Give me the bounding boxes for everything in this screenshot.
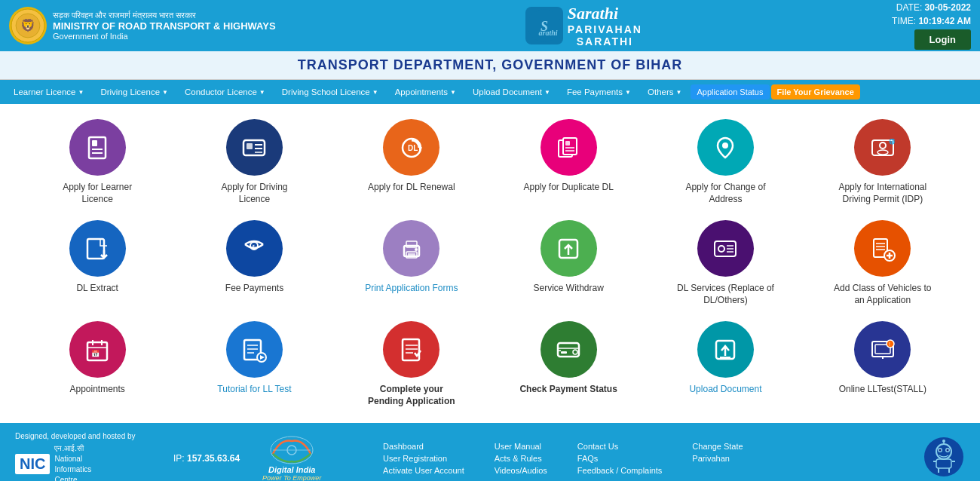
footer-link-feedback[interactable]: Feedback / Complaints [577, 466, 663, 475]
nav-driving-school-licence[interactable]: Driving School Licence ▼ [274, 83, 386, 101]
chevron-down-icon: ▼ [676, 89, 682, 96]
ministry-line1: सड़क परिवहन और राजमार्ग मंत्रालय भारत सर… [53, 11, 276, 20]
nav-others[interactable]: Others ▼ [640, 83, 689, 101]
svg-rect-7 [92, 140, 97, 146]
service-label: Upload Document [689, 384, 761, 396]
nav-file-grievance[interactable]: File Your Grievance [771, 84, 860, 100]
service-appointments[interactable]: 📅 Appointments [23, 321, 172, 407]
service-label: Apply for Learner Licence [48, 182, 146, 205]
svg-point-25 [880, 142, 886, 149]
svg-point-75 [887, 340, 894, 348]
svg-point-39 [718, 246, 724, 252]
add-class-vehicles-icon [854, 220, 911, 277]
service-driving-licence[interactable]: Apply for Driving Licence [179, 119, 329, 205]
nav-learner-licence[interactable]: Learner Licence ▼ [6, 83, 91, 101]
footer-link-contact-us[interactable]: Contact Us [577, 442, 663, 451]
service-label: DL Services (Replace of DL/Others) [676, 283, 774, 306]
header-right: DATE: 30-05-2022 TIME: 10:19:42 AM Login [892, 2, 971, 50]
footer-link-acts-rules[interactable]: Acts & Rules [495, 454, 547, 463]
service-label: Check Payment Status [519, 384, 617, 396]
svg-rect-20 [565, 141, 570, 146]
footer-link-videos-audios[interactable]: Videos/Audios [495, 466, 547, 475]
service-dl-renewal[interactable]: DL Apply for DL Renewal [337, 119, 486, 205]
nic-box: NIC [15, 454, 50, 474]
service-dl-extract[interactable]: DL Extract [23, 220, 172, 306]
fee-payments-icon: ₹ [226, 220, 283, 277]
service-add-class-vehicles[interactable]: Add Class of Vehicles to an Application [808, 220, 957, 306]
service-pending-application[interactable]: Complete your Pending Application [337, 321, 486, 407]
service-label: Add Class of Vehicles to an Application [834, 283, 932, 306]
services-grid: Apply for Learner Licence Apply for Driv… [23, 119, 957, 408]
footer-links: Dashboard User Registration Activate Use… [383, 442, 901, 475]
dl-extract-icon [69, 220, 126, 277]
dl-renewal-icon: DL [383, 119, 439, 176]
learner-licence-icon [69, 119, 126, 176]
service-print-forms[interactable]: Print Application Forms [337, 220, 486, 306]
footer-link-faqs[interactable]: FAQs [577, 454, 663, 463]
service-change-address[interactable]: Apply for Change of Address [651, 119, 800, 205]
service-label: Service Withdraw [533, 283, 603, 295]
service-label: Online LLTest(STALL) [839, 384, 926, 396]
ministry-line2: MINISTRY OF ROAD TRANSPORT & HIGHWAYS [53, 20, 276, 32]
dl-services-icon [697, 220, 754, 277]
nav-driving-licence[interactable]: Driving Licence ▼ [93, 83, 176, 101]
digital-india-section: Digital India Power To Empower [262, 435, 360, 481]
sarathi-icon: S arathi [525, 7, 563, 44]
service-label: Apply for Duplicate DL [523, 182, 613, 194]
ip-section: IP: 157.35.63.64 [173, 453, 240, 464]
service-tutorial-ll[interactable]: Tutorial for LL Test [179, 321, 329, 407]
service-label: Apply for International Driving Permit (… [834, 182, 932, 205]
svg-rect-67 [561, 351, 567, 354]
footer-col-4: Change State Parivahan [692, 442, 743, 475]
ministry-text: सड़क परिवहन और राजमार्ग मंत्रालय भारत सर… [53, 11, 276, 41]
service-label: Fee Payments [225, 283, 283, 295]
nav-appointments[interactable]: Appointments ▼ [387, 83, 464, 101]
svg-text:!: ! [889, 342, 890, 347]
pending-application-icon [383, 321, 439, 378]
service-label: Tutorial for LL Test [217, 384, 291, 396]
service-learner-licence[interactable]: Apply for Learner Licence [23, 119, 172, 205]
chevron-down-icon: ▼ [544, 89, 550, 96]
footer-link-parivahan[interactable]: Parivahan [692, 454, 743, 463]
footer-link-change-state[interactable]: Change State [692, 442, 743, 451]
footer-link-activate-account[interactable]: Activate User Account [383, 466, 464, 475]
service-dl-services[interactable]: DL Services (Replace of DL/Others) [651, 220, 800, 306]
service-fee-payments[interactable]: ₹ Fee Payments [179, 220, 329, 306]
nic-logo: NIC एन.आई.सीNationalInformaticsCentre [15, 443, 151, 481]
svg-point-23 [722, 142, 728, 149]
chevron-down-icon: ▼ [259, 89, 265, 96]
service-upload-document[interactable]: Upload Document [651, 321, 800, 407]
login-button[interactable]: Login [914, 29, 971, 50]
service-label: Complete your Pending Application [363, 384, 461, 407]
service-service-withdraw[interactable]: Service Withdraw [494, 220, 643, 306]
chevron-down-icon: ▼ [78, 89, 84, 96]
sarathi-logo: S arathi Sarathi PARIVAHAN SARATHI [525, 4, 642, 47]
service-label: Apply for DL Renewal [368, 182, 455, 194]
footer-link-dashboard[interactable]: Dashboard [383, 442, 464, 451]
svg-point-26 [877, 150, 888, 155]
nav-fee-payments[interactable]: Fee Payments ▼ [559, 83, 639, 101]
header-center: S arathi Sarathi PARIVAHAN SARATHI [525, 4, 642, 47]
service-idp[interactable]: 🌐 Apply for International Driving Permit… [808, 119, 957, 205]
svg-point-36 [415, 248, 418, 251]
chevron-down-icon: ▼ [450, 89, 456, 96]
svg-rect-61 [403, 339, 419, 360]
nav-upload-document[interactable]: Upload Document ▼ [465, 83, 558, 101]
footer: Designed, developed and hosted by NIC एन… [0, 423, 980, 481]
header: 🦁 सड़क परिवहन और राजमार्ग मंत्रालय भारत … [0, 0, 980, 51]
nav-conductor-licence[interactable]: Conductor Licence ▼ [177, 83, 273, 101]
service-label: DL Extract [76, 283, 118, 295]
svg-rect-19 [563, 138, 577, 155]
date-display: DATE: 30-05-2022 [892, 2, 971, 13]
ministry-line3: Government of India [53, 32, 276, 41]
footer-link-user-registration[interactable]: User Registration [383, 454, 464, 463]
footer-link-user-manual[interactable]: User Manual [495, 442, 547, 451]
online-ll-test-icon: ! [854, 321, 911, 378]
idp-icon: 🌐 [854, 119, 911, 176]
change-address-icon [697, 119, 754, 176]
service-check-payment[interactable]: Check Payment Status [494, 321, 643, 407]
check-payment-icon [541, 321, 597, 378]
service-duplicate-dl[interactable]: Apply for Duplicate DL [494, 119, 643, 205]
service-online-ll-test[interactable]: ! Online LLTest(STALL) [808, 321, 957, 407]
nav-application-status[interactable]: Application Status [691, 84, 769, 100]
